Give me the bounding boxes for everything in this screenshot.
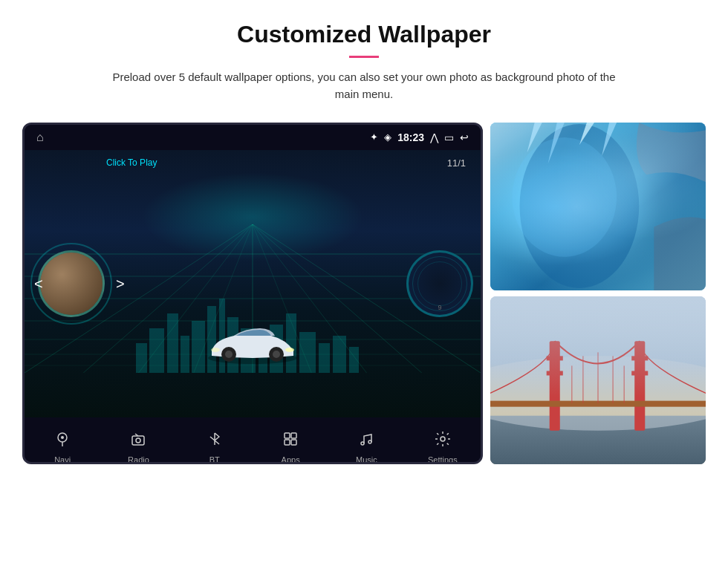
svg-rect-67 <box>631 371 648 375</box>
svg-rect-64 <box>547 356 563 360</box>
gauge-right: 9 <box>406 250 473 317</box>
nav-item-apps[interactable]: Apps <box>261 430 320 464</box>
svg-point-42 <box>136 438 140 443</box>
svg-point-40 <box>61 436 64 439</box>
page-title: Customized Wallpaper <box>59 21 669 48</box>
svg-point-38 <box>211 348 220 352</box>
svg-marker-55 <box>548 123 565 163</box>
radio-icon <box>129 430 147 452</box>
svg-marker-54 <box>527 123 542 152</box>
bt-label: BT <box>209 455 220 464</box>
svg-rect-66 <box>631 356 648 360</box>
bluetooth-nav-icon <box>206 430 224 452</box>
nav-item-music[interactable]: Music <box>337 430 396 464</box>
svg-rect-60 <box>490 415 706 463</box>
title-divider <box>349 56 379 58</box>
svg-point-49 <box>368 440 371 443</box>
status-right: ✦ ◈ 18:23 ⋀ ▭ ↩ <box>370 131 469 143</box>
home-icon: ⌂ <box>36 131 44 144</box>
click-to-play-label: Click To Play <box>106 157 157 168</box>
svg-rect-44 <box>285 433 290 438</box>
navi-label: Navi <box>54 455 71 464</box>
svg-point-58 <box>512 137 617 257</box>
nav-item-navi[interactable]: Navi <box>33 430 92 464</box>
expand-icon: ⋀ <box>430 131 438 143</box>
navi-icon <box>53 430 71 452</box>
svg-rect-46 <box>285 440 290 445</box>
car-image <box>201 317 305 369</box>
svg-point-37 <box>285 348 294 352</box>
ice-cave-image <box>490 123 706 290</box>
page-header: Customized Wallpaper Preload over 5 defa… <box>0 0 728 117</box>
bluetooth-icon: ✦ <box>370 131 378 143</box>
page-description: Preload over 5 default wallpaper options… <box>104 68 624 103</box>
bridge-image <box>490 296 706 464</box>
music-icon <box>357 430 375 452</box>
nav-item-bt[interactable]: BT <box>185 430 244 464</box>
status-left: ⌂ <box>36 131 44 144</box>
svg-rect-59 <box>490 296 706 464</box>
svg-point-61 <box>490 356 706 430</box>
settings-label: Settings <box>428 455 458 464</box>
svg-point-48 <box>361 442 364 445</box>
svg-marker-56 <box>579 123 594 145</box>
settings-icon <box>434 430 452 452</box>
main-content: ⌂ ✦ ◈ 18:23 ⋀ ▭ ↩ <box>0 123 728 464</box>
album-art: ADELE <box>38 250 105 317</box>
window-icon: ▭ <box>444 131 454 143</box>
svg-rect-65 <box>547 371 563 375</box>
date-display: 11/1 <box>447 157 466 169</box>
music-label: Music <box>356 455 377 464</box>
svg-point-50 <box>441 437 445 441</box>
apps-icon <box>282 430 299 452</box>
svg-marker-57 <box>602 123 617 156</box>
apps-label: Apps <box>282 455 300 464</box>
svg-rect-52 <box>490 123 706 290</box>
time-display: 18:23 <box>397 131 424 143</box>
svg-point-34 <box>225 351 233 358</box>
radio-label: Radio <box>128 455 149 464</box>
svg-rect-62 <box>550 341 560 431</box>
signal-icon: ◈ <box>384 131 391 143</box>
svg-rect-68 <box>490 400 706 406</box>
svg-rect-41 <box>132 436 144 445</box>
side-images <box>490 123 706 464</box>
car-screen: ⌂ ✦ ◈ 18:23 ⋀ ▭ ↩ <box>22 123 483 464</box>
nav-bar: Navi Radio <box>25 417 481 464</box>
svg-point-53 <box>520 124 640 288</box>
svg-rect-45 <box>291 433 296 438</box>
nav-item-settings[interactable]: Settings <box>413 430 472 464</box>
svg-rect-51 <box>490 123 706 290</box>
prev-arrow[interactable]: < <box>34 275 43 292</box>
svg-rect-63 <box>634 341 645 431</box>
screen-body: ADELE Click To Play < > 9 11/1 <box>25 150 481 417</box>
svg-rect-47 <box>291 440 296 445</box>
back-icon: ↩ <box>460 131 469 143</box>
status-bar: ⌂ ✦ ◈ 18:23 ⋀ ▭ ↩ <box>25 125 481 150</box>
nav-item-radio[interactable]: Radio <box>108 430 168 464</box>
svg-point-36 <box>273 351 280 358</box>
next-arrow[interactable]: > <box>116 275 125 292</box>
